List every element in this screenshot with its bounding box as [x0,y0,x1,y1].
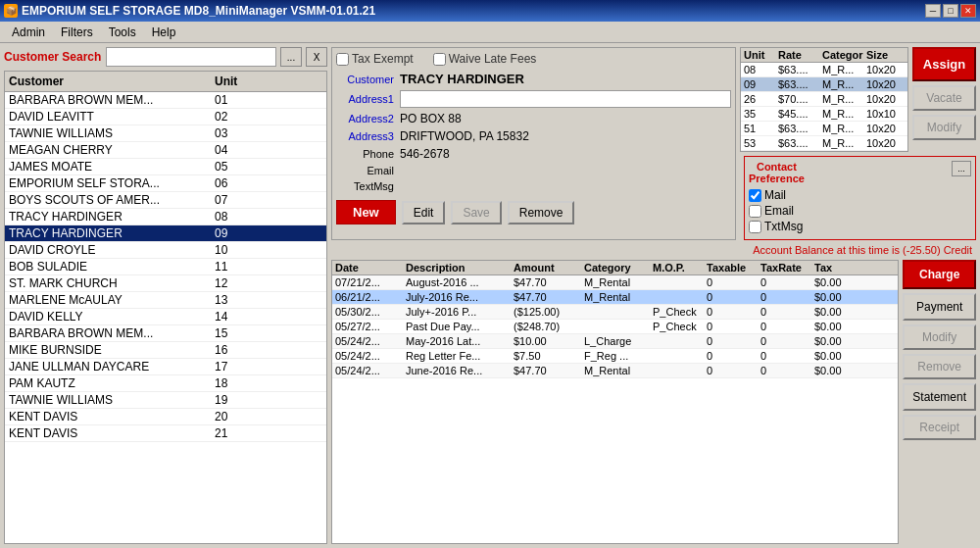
units-table: Unit Rate Categor Size 08$63....M_R...10… [740,47,908,152]
customer-row-unit: 14 [211,309,270,324]
menu-help[interactable]: Help [144,24,184,41]
contact-pref-edit-button[interactable]: ... [952,161,971,176]
minimize-button[interactable]: ─ [925,4,941,18]
customer-row-unit: 08 [211,209,270,224]
customer-row[interactable]: MEAGAN CHERRY04 [5,142,326,159]
customer-row[interactable]: DAVID CROYLE10 [5,242,326,259]
customer-row-name: BOB SULADIE [5,259,211,274]
menu-tools[interactable]: Tools [101,24,144,41]
trans-list[interactable]: 07/21/2... August-2016 ... $47.70 M_Rent… [332,275,898,543]
customer-row[interactable]: KENT DAVIS20 [5,409,326,425]
textmsg-label: TextMsg [336,180,400,192]
edit-button[interactable]: Edit [402,201,446,224]
remove-button[interactable]: Remove [508,201,575,224]
customer-row[interactable]: BARBARA BROWN MEM...01 [5,92,326,109]
customer-row[interactable]: BOYS SCOUTS OF AMER...07 [5,192,326,209]
pref-email-checkbox[interactable] [749,205,761,218]
customer-row[interactable]: TAWNIE WILLIAMS03 [5,125,326,142]
pref-mail-checkbox[interactable] [749,189,761,202]
customer-row[interactable]: MARLENE McAULAY13 [5,292,326,309]
customer-row-unit: 13 [211,292,270,308]
unit-row[interactable]: 53$63....M_R...10x20 [741,136,907,151]
customer-row-unit: 19 [211,392,270,408]
customer-row[interactable]: TRACY HARDINGER09 [5,225,326,242]
save-button[interactable]: Save [451,201,501,224]
customer-row[interactable]: EMPORIUM SELF STORA...06 [5,175,326,192]
search-clear-button[interactable]: X [306,47,327,67]
unit-row[interactable]: 35$45....M_R...10x10 [741,107,907,122]
header-cat-col: Categor [819,48,863,62]
customer-row-name: JAMES MOATE [5,159,211,174]
new-button[interactable]: New [336,200,396,224]
th-tax: Tax [811,261,860,274]
customer-row-name: MEAGAN CHERRY [5,142,211,158]
trans-row[interactable]: 05/30/2... July+-2016 P... ($125.00) P_C… [332,305,898,320]
phone-row: Phone 546-2678 [336,147,731,161]
trans-row[interactable]: 06/21/2... July-2016 Re... $47.70 M_Rent… [332,290,898,305]
trans-row[interactable]: 05/24/2... May-2016 Lat... $10.00 L_Char… [332,334,898,349]
customer-form: Tax Exempt Waive Late Fees Customer TRAC… [331,47,736,240]
form-right-area: Unit Rate Categor Size 08$63....M_R...10… [740,47,976,240]
th-date: Date [332,261,403,274]
receipt-button[interactable]: Receipt [903,415,976,440]
unit-row[interactable]: 09$63....M_R...10x20 [741,77,907,92]
header-unit-col: Unit [741,48,775,62]
trans-row[interactable]: 05/24/2... June-2016 Re... $47.70 M_Rent… [332,364,898,378]
customer-row[interactable]: MIKE BURNSIDE16 [5,342,326,359]
customer-row-name: DAVID CROYLE [5,242,211,258]
modify-trans-button[interactable]: Modify [903,324,976,350]
search-browse-button[interactable]: ... [280,47,302,67]
pref-email-row: Email [749,204,971,218]
form-checkboxes: Tax Exempt Waive Late Fees [336,52,731,66]
customer-row[interactable]: ST. MARK CHURCH12 [5,275,326,292]
tax-exempt-checkbox[interactable]: Tax Exempt [336,52,414,66]
customer-row-name: PAM KAUTZ [5,375,211,391]
modify-unit-button[interactable]: Modify [912,115,976,140]
vacate-button[interactable]: Vacate [912,85,976,111]
customer-row[interactable]: BOB SULADIE11 [5,259,326,275]
address1-row: Address1 [336,90,731,108]
th-taxable: Taxable [704,261,758,274]
customer-row-unit: 11 [211,259,270,274]
close-button[interactable]: ✕ [960,4,976,18]
trans-row[interactable]: 05/24/2... Reg Letter Fe... $7.50 F_Reg … [332,349,898,364]
units-list[interactable]: 08$63....M_R...10x2009$63....M_R...10x20… [741,63,907,151]
customer-list[interactable]: BARBARA BROWN MEM...01DAVID LEAVITT02TAW… [5,92,326,543]
address1-input[interactable] [400,90,731,108]
statement-button[interactable]: Statement [903,383,976,411]
customer-row[interactable]: PAM KAUTZ18 [5,375,326,392]
assign-button[interactable]: Assign [912,47,976,81]
unit-row[interactable]: 26$70....M_R...10x20 [741,92,907,107]
customer-row[interactable]: KENT DAVIS21 [5,425,326,442]
maximize-button[interactable]: □ [943,4,958,18]
transactions-section: Date Description Amount Category M.O.P. … [331,260,976,544]
payment-button[interactable]: Payment [903,293,976,321]
pref-txtmsg-checkbox[interactable] [749,221,761,233]
customer-row[interactable]: JANE ULLMAN DAYCARE17 [5,359,326,375]
menu-admin[interactable]: Admin [4,24,53,41]
customer-row[interactable]: TAWNIE WILLIAMS19 [5,392,326,409]
waive-late-fee-checkbox[interactable]: Waive Late Fees [433,52,537,66]
contact-pref-title: ContactPreference [749,161,805,184]
customer-row-name: TRACY HARDINGER [5,225,211,241]
unit-row[interactable]: 51$63....M_R...10x20 [741,122,907,136]
transactions-table: Date Description Amount Category M.O.P. … [331,260,899,544]
trans-row[interactable]: 07/21/2... August-2016 ... $47.70 M_Rent… [332,275,898,290]
remove-trans-button[interactable]: Remove [903,354,976,379]
unit-row[interactable]: 08$63....M_R...10x20 [741,63,907,77]
customer-row[interactable]: DAVID LEAVITT02 [5,109,326,125]
trans-row[interactable]: 05/27/2... Past Due Pay... ($248.70) P_C… [332,320,898,334]
customer-row-name: MIKE BURNSIDE [5,342,211,358]
email-label: Email [336,165,400,176]
search-input[interactable] [106,47,276,67]
account-balance: Account Balance at this time is (-25.50)… [331,244,976,256]
phone-value: 546-2678 [400,147,731,161]
customer-row[interactable]: TRACY HARDINGER08 [5,209,326,225]
charge-button[interactable]: Charge [903,260,976,289]
customer-row-unit: 02 [211,109,270,125]
menu-filters[interactable]: Filters [53,24,101,41]
customer-row[interactable]: BARBARA BROWN MEM...15 [5,325,326,342]
address2-label: Address2 [336,113,400,125]
customer-row[interactable]: JAMES MOATE05 [5,159,326,175]
customer-row[interactable]: DAVID KELLY14 [5,309,326,325]
